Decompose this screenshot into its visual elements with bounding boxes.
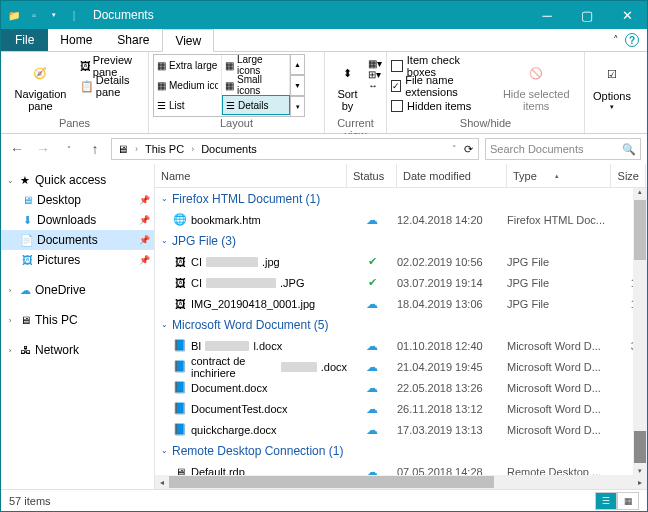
forward-button[interactable]: → (33, 139, 53, 159)
file-row[interactable]: 📘quickcharge.docx☁17.03.2019 13:13Micros… (155, 419, 647, 440)
group-label-panes: Panes (5, 117, 144, 131)
file-icon: 📘 (173, 360, 187, 373)
group-header[interactable]: ⌄Firefox HTML Document (1) (155, 188, 647, 209)
crumb-thispc[interactable]: This PC (142, 143, 187, 155)
up-button[interactable]: ↑ (85, 139, 105, 159)
pc-icon: 🖥 (114, 143, 131, 155)
details-view-button[interactable]: ☰ (595, 492, 617, 510)
add-col-icon[interactable]: ⊞▾ (368, 69, 382, 80)
file-icon: 🖥 (173, 466, 187, 476)
group-label-layout: Layout (153, 117, 320, 131)
layout-down[interactable]: ▼ (291, 75, 305, 96)
file-list: ⌄Firefox HTML Document (1)🌐bookmark.htm☁… (155, 188, 647, 475)
qat-dropdown-icon[interactable]: ▾ (45, 6, 63, 24)
file-row[interactable]: 🖼CI.JPG✔03.07.2019 19:14JPG File1.2 (155, 272, 647, 293)
tab-file[interactable]: File (1, 29, 48, 51)
status-bar: 57 items ☰ ▦ (1, 489, 647, 511)
help-icon[interactable]: ? (625, 33, 639, 47)
qat-props-icon[interactable]: ▫ (25, 6, 43, 24)
options-button[interactable]: ☑ Options ▾ (589, 54, 635, 117)
sort-asc-icon: ▴ (555, 172, 559, 180)
file-icon: 🖼 (173, 277, 187, 289)
file-icon: 🖼 (173, 256, 187, 268)
layout-up[interactable]: ▲ (291, 54, 305, 75)
titlebar: 📁 ▫ ▾ | Documents ─ ▢ ✕ (1, 1, 647, 29)
file-row[interactable]: 🖼IMG_20190418_0001.jpg☁18.04.2019 13:06J… (155, 293, 647, 314)
file-icon: 📘 (173, 381, 187, 394)
file-icon: 🌐 (173, 213, 187, 226)
vertical-scrollbar[interactable]: ▴ ▾ (633, 188, 647, 475)
file-icon: 📘 (173, 402, 187, 415)
sidebar-documents[interactable]: 📄Documents📌 (1, 230, 154, 250)
group-label-current: Current view (329, 117, 382, 131)
tab-home[interactable]: Home (48, 29, 105, 51)
layout-expand[interactable]: ▾ (291, 96, 305, 117)
file-row[interactable]: 📘DocumentTest.docx☁26.11.2018 13:12Micro… (155, 398, 647, 419)
nav-pane: ⌄★Quick access 🖥Desktop📌 ⬇Downloads📌 📄Do… (1, 164, 155, 489)
window-title: Documents (87, 8, 527, 22)
col-status[interactable]: Status (347, 164, 397, 187)
breadcrumb[interactable]: 🖥› This PC› Documents ˅ ⟳ (111, 138, 479, 160)
sidebar-downloads[interactable]: ⬇Downloads📌 (1, 210, 154, 230)
sidebar-network[interactable]: ›🖧Network (1, 340, 154, 360)
ribbon-collapse-icon[interactable]: ˄ (607, 29, 625, 51)
ribbon-tabs: File Home Share View ˄ ? (1, 29, 647, 52)
group-header[interactable]: ⌄Remote Desktop Connection (1) (155, 440, 647, 461)
sidebar-thispc[interactable]: ›🖥This PC (1, 310, 154, 330)
col-name[interactable]: Name (155, 164, 347, 187)
sidebar-pictures[interactable]: 🖼Pictures📌 (1, 250, 154, 270)
back-button[interactable]: ← (7, 139, 27, 159)
search-placeholder: Search Documents (490, 143, 584, 155)
file-icon: 🖼 (173, 298, 187, 310)
col-date[interactable]: Date modified (397, 164, 507, 187)
file-row[interactable]: 📘BIl.docx☁01.10.2018 12:40Microsoft Word… (155, 335, 647, 356)
nav-pane-button[interactable]: 🧭 Navigation pane (5, 54, 76, 117)
group-by-icon[interactable]: ▦▾ (368, 58, 382, 69)
explorer-window: 📁 ▫ ▾ | Documents ─ ▢ ✕ File Home Share … (0, 0, 648, 512)
sidebar-quick-access[interactable]: ⌄★Quick access (1, 170, 154, 190)
status-item-count: 57 items (9, 495, 51, 507)
file-ext-toggle[interactable]: ✓File name extensions (391, 76, 490, 96)
file-icon: 📘 (173, 423, 187, 436)
item-checkboxes-toggle[interactable]: Item check boxes (391, 56, 490, 76)
column-headers: Name Status Date modified Type▴ Size (155, 164, 647, 188)
qat-back-icon[interactable]: 📁 (5, 6, 23, 24)
file-row[interactable]: 📘contract de inchiriere.docx☁21.04.2019 … (155, 356, 647, 377)
file-row[interactable]: 🌐bookmark.htm☁12.04.2018 14:20Firefox HT… (155, 209, 647, 230)
thumb-view-button[interactable]: ▦ (617, 492, 639, 510)
crumb-dropdown-icon[interactable]: ˅ (449, 144, 460, 154)
file-row[interactable]: 📘Document.docx☁22.05.2018 13:26Microsoft… (155, 377, 647, 398)
file-row[interactable]: 🖥Default.rdp☁07.05.2018 14:28Remote Desk… (155, 461, 647, 475)
layout-gallery[interactable]: ▦Extra large icons▦Large icons ▦Medium i… (153, 54, 291, 117)
minimize-button[interactable]: ─ (527, 1, 567, 29)
col-size[interactable]: Size (611, 164, 646, 187)
close-button[interactable]: ✕ (607, 1, 647, 29)
size-col-icon[interactable]: ↔ (368, 80, 382, 91)
file-icon: 📘 (173, 339, 187, 352)
preview-pane-button[interactable]: 🖼Preview pane (78, 56, 144, 76)
sidebar-onedrive[interactable]: ›☁OneDrive (1, 280, 154, 300)
ribbon: 🧭 Navigation pane 🖼Preview pane 📋Details… (1, 52, 647, 134)
horizontal-scrollbar[interactable]: ◂▸ (155, 475, 647, 489)
search-icon: 🔍 (622, 143, 636, 156)
hidden-items-toggle[interactable]: Hidden items (391, 96, 490, 116)
file-row[interactable]: 🖼CI.jpg✔02.02.2019 10:56JPG File (155, 251, 647, 272)
search-input[interactable]: Search Documents 🔍 (485, 138, 641, 160)
group-header[interactable]: ⌄JPG File (3) (155, 230, 647, 251)
address-bar: ← → ˅ ↑ 🖥› This PC› Documents ˅ ⟳ Search… (1, 134, 647, 164)
tab-share[interactable]: Share (105, 29, 162, 51)
tab-view[interactable]: View (162, 29, 214, 52)
recent-dropdown[interactable]: ˅ (59, 139, 79, 159)
crumb-documents[interactable]: Documents (198, 143, 260, 155)
sidebar-desktop[interactable]: 🖥Desktop📌 (1, 190, 154, 210)
group-header[interactable]: ⌄Microsoft Word Document (5) (155, 314, 647, 335)
qat-separator: | (65, 6, 83, 24)
hide-selected-button[interactable]: 🚫 Hide selected items (492, 54, 580, 117)
details-pane-button[interactable]: 📋Details pane (78, 76, 144, 96)
maximize-button[interactable]: ▢ (567, 1, 607, 29)
col-type[interactable]: Type▴ (507, 164, 611, 187)
sort-by-button[interactable]: ⬍ Sort by (329, 54, 366, 117)
refresh-icon[interactable]: ⟳ (461, 143, 476, 156)
group-label-show: Show/hide (391, 117, 580, 131)
